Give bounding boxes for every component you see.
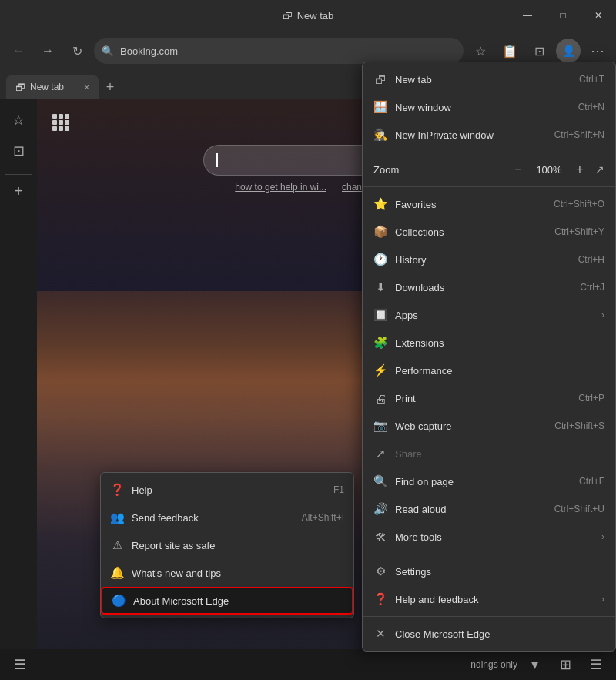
help-label: Help bbox=[132, 484, 152, 496]
taskbar-menu-icon[interactable]: ☰ bbox=[6, 651, 34, 678]
address-input-wrap: 🔍 Booking.com bbox=[94, 38, 464, 64]
apps-icon: 🔲 bbox=[373, 308, 387, 322]
more-tools-icon: 🛠 bbox=[373, 531, 387, 544]
menu-help-feedback[interactable]: ❓ Help and feedback › bbox=[363, 585, 615, 613]
whats-new-label: What's new and tips bbox=[132, 568, 221, 579]
taskbar-grid-icon[interactable]: ⊞ bbox=[551, 651, 579, 678]
send-feedback-icon: 👥 bbox=[110, 511, 124, 524]
menu-read-aloud[interactable]: 🔊 Read aloud Ctrl+Shift+U bbox=[363, 495, 615, 523]
profile-button[interactable]: 👤 bbox=[556, 39, 581, 63]
web-capture-label: Web capture bbox=[395, 420, 451, 432]
downloads-icon: ⬇ bbox=[373, 280, 387, 294]
close-edge-label: Close Microsoft Edge bbox=[395, 628, 490, 640]
taskbar-dropdown-icon[interactable]: ▾ bbox=[521, 651, 548, 678]
menu-apps[interactable]: 🔲 Apps › bbox=[363, 301, 615, 329]
ellipsis-button[interactable]: ⋯ bbox=[585, 39, 610, 63]
suggestion-1[interactable]: how to get help in wi... bbox=[235, 182, 326, 193]
whats-new-icon: 🔔 bbox=[110, 566, 124, 580]
taskbar-list-icon[interactable]: ☰ bbox=[582, 651, 610, 678]
share-icon[interactable]: ⊡ bbox=[527, 39, 551, 63]
submenu-about-edge[interactable]: 🔵 About Microsoft Edge bbox=[101, 587, 353, 615]
inprivate-icon: 🕵 bbox=[373, 128, 387, 142]
title-bar-controls: — □ ✕ bbox=[510, 0, 616, 31]
context-menu: 🗗 New tab Ctrl+T 🪟 New window Ctrl+N 🕵 N… bbox=[362, 62, 616, 652]
title-bar-title: 🗗 New tab bbox=[283, 10, 334, 22]
zoom-label: Zoom bbox=[373, 164, 503, 176]
zoom-expand-icon[interactable]: ↗ bbox=[595, 163, 604, 176]
submenu-whats-new[interactable]: 🔔 What's new and tips bbox=[101, 559, 353, 587]
zoom-row: Zoom − 100% + ↗ bbox=[363, 156, 615, 183]
menu-settings[interactable]: ⚙ Settings bbox=[363, 558, 615, 585]
about-edge-icon: 🔵 bbox=[112, 594, 126, 608]
inprivate-label: New InPrivate window bbox=[395, 129, 494, 141]
help-feedback-arrow: › bbox=[601, 594, 604, 605]
favorites-icon[interactable]: ☆ bbox=[468, 39, 493, 63]
menu-find-on-page[interactable]: 🔍 Find on page Ctrl+F bbox=[363, 467, 615, 495]
new-window-icon: 🪟 bbox=[373, 100, 387, 114]
history-label: History bbox=[395, 254, 426, 266]
submenu-send-feedback[interactable]: 👥 Send feedback Alt+Shift+I bbox=[101, 504, 353, 531]
performance-icon: ⚡ bbox=[373, 363, 387, 377]
settings-label: Settings bbox=[395, 566, 431, 578]
apps-grid-icon[interactable] bbox=[52, 114, 69, 131]
menu-close-edge[interactable]: ✕ Close Microsoft Edge bbox=[363, 620, 615, 648]
help-feedback-label: Help and feedback bbox=[395, 594, 478, 605]
title-text: New tab bbox=[297, 10, 334, 22]
maximize-button[interactable]: □ bbox=[545, 0, 581, 31]
tab-close-button[interactable]: × bbox=[85, 82, 89, 92]
menu-collections[interactable]: 📦 Collections Ctrl+Shift+Y bbox=[363, 218, 615, 246]
back-button[interactable]: ← bbox=[6, 39, 31, 63]
search-icon: 🔍 bbox=[102, 45, 114, 57]
sidebar: ☆ ⊡ + bbox=[0, 99, 37, 680]
history-icon: 🕐 bbox=[373, 253, 387, 266]
sidebar-favorites-button[interactable]: ☆ bbox=[5, 106, 32, 134]
zoom-minus-button[interactable]: − bbox=[509, 160, 527, 179]
refresh-button[interactable]: ↻ bbox=[65, 39, 89, 63]
submenu-report-safe[interactable]: ⚠ Report site as safe bbox=[101, 531, 353, 559]
menu-print[interactable]: 🖨 Print Ctrl+P bbox=[363, 384, 615, 412]
address-input[interactable]: 🔍 Booking.com bbox=[94, 38, 464, 64]
more-tools-arrow: › bbox=[601, 531, 604, 542]
title-tab-icon: 🗗 bbox=[283, 10, 293, 22]
menu-new-inprivate[interactable]: 🕵 New InPrivate window Ctrl+Shift+N bbox=[363, 121, 615, 149]
menu-more-tools[interactable]: 🛠 More tools › bbox=[363, 523, 615, 551]
find-icon: 🔍 bbox=[373, 474, 387, 488]
menu-web-capture[interactable]: 📷 Web capture Ctrl+Shift+S bbox=[363, 412, 615, 440]
web-capture-icon: 📷 bbox=[373, 419, 387, 433]
about-edge-label: About Microsoft Edge bbox=[133, 595, 229, 607]
apps-label: Apps bbox=[395, 310, 418, 321]
new-window-label: New window bbox=[395, 102, 451, 113]
sidebar-add-button[interactable]: + bbox=[5, 174, 32, 202]
submenu-help[interactable]: ❓ Help F1 bbox=[101, 476, 353, 504]
collections-icon[interactable]: 📋 bbox=[497, 39, 522, 63]
extensions-icon: 🧩 bbox=[373, 336, 387, 350]
extensions-label: Extensions bbox=[395, 337, 444, 349]
help-shortcut: F1 bbox=[333, 484, 344, 495]
collections-menu-icon: 📦 bbox=[373, 225, 387, 239]
new-tab-label: New tab bbox=[395, 74, 432, 85]
collections-label: Collections bbox=[395, 226, 444, 238]
menu-downloads[interactable]: ⬇ Downloads Ctrl+J bbox=[363, 273, 615, 301]
settings-icon: ⚙ bbox=[373, 564, 387, 578]
menu-new-window[interactable]: 🪟 New window Ctrl+N bbox=[363, 93, 615, 121]
menu-favorites[interactable]: ⭐ Favorites Ctrl+Shift+O bbox=[363, 190, 615, 218]
active-tab[interactable]: 🗗 New tab × bbox=[6, 75, 99, 99]
taskbar-news-text: ndings only bbox=[470, 659, 517, 670]
print-label: Print bbox=[395, 393, 416, 404]
menu-divider-3 bbox=[363, 554, 615, 554]
search-cursor bbox=[216, 153, 218, 167]
menu-history[interactable]: 🕐 History Ctrl+H bbox=[363, 246, 615, 273]
zoom-plus-button[interactable]: + bbox=[571, 160, 589, 179]
menu-extensions[interactable]: 🧩 Extensions bbox=[363, 329, 615, 357]
menu-new-tab[interactable]: 🗗 New tab Ctrl+T bbox=[363, 65, 615, 93]
find-label: Find on page bbox=[395, 476, 454, 487]
read-aloud-icon: 🔊 bbox=[373, 502, 387, 516]
close-button[interactable]: ✕ bbox=[581, 0, 616, 31]
downloads-label: Downloads bbox=[395, 282, 444, 293]
performance-label: Performance bbox=[395, 365, 452, 377]
menu-performance[interactable]: ⚡ Performance bbox=[363, 357, 615, 384]
forward-button[interactable]: → bbox=[35, 39, 60, 63]
minimize-button[interactable]: — bbox=[510, 0, 545, 31]
sidebar-history-button[interactable]: ⊡ bbox=[5, 137, 32, 165]
new-tab-button[interactable]: + bbox=[99, 75, 122, 99]
